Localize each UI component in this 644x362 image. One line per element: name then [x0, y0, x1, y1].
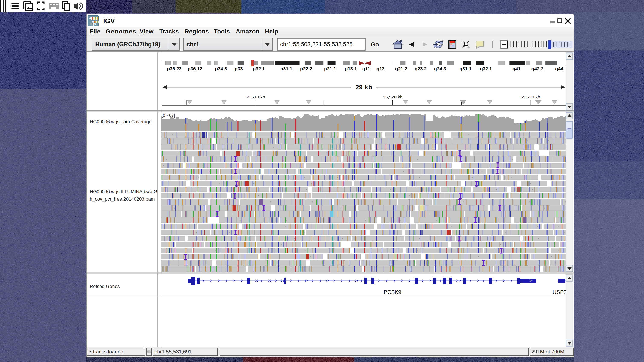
svg-text:29 kb: 29 kb — [355, 84, 372, 91]
svg-text:PCSK9: PCSK9 — [384, 289, 401, 295]
svg-text:p21.1: p21.1 — [324, 66, 336, 71]
svg-text:p36.12: p36.12 — [188, 66, 202, 71]
svg-text:p34.3: p34.3 — [215, 66, 227, 71]
svg-text:q24.3: q24.3 — [434, 66, 446, 71]
svg-text:q32.1: q32.1 — [480, 66, 492, 71]
svg-text:q23.2: q23.2 — [415, 66, 427, 71]
svg-text:p13.1: p13.1 — [345, 66, 357, 71]
svg-text:55,530 kb: 55,530 kb — [520, 94, 540, 99]
svg-text:q31.1: q31.1 — [460, 66, 472, 71]
svg-text:q11: q11 — [362, 66, 370, 71]
svg-text:p31.1: p31.1 — [280, 66, 292, 71]
svg-text:q42.2: q42.2 — [532, 66, 544, 71]
svg-text:p22.2: p22.2 — [300, 66, 312, 71]
svg-text:p32.1: p32.1 — [253, 66, 265, 71]
svg-text:p36.23: p36.23 — [167, 66, 182, 71]
svg-text:q12: q12 — [376, 66, 384, 71]
svg-text:q44: q44 — [555, 66, 564, 71]
svg-text:55,510 kb: 55,510 kb — [245, 94, 265, 99]
svg-text:p33: p33 — [235, 66, 243, 71]
svg-text:q41: q41 — [512, 66, 520, 71]
svg-text:55,520 kb: 55,520 kb — [383, 94, 402, 99]
svg-text:q21.2: q21.2 — [395, 66, 407, 71]
